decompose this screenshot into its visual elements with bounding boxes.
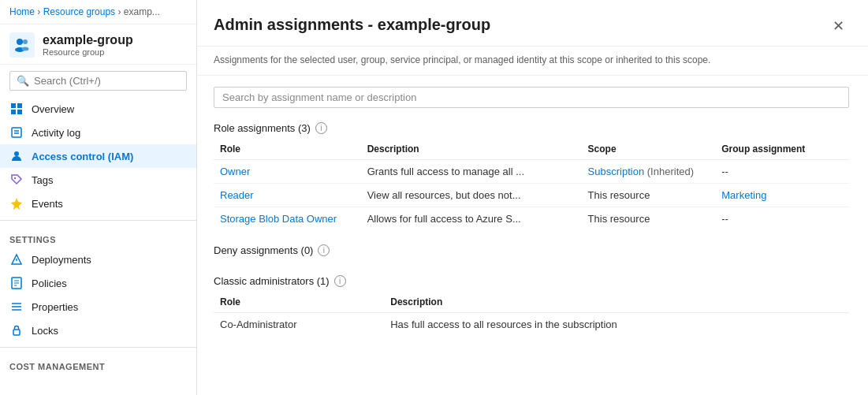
search-box[interactable]: 🔍 <box>9 71 187 91</box>
locks-label: Locks <box>32 325 58 337</box>
sidebar-item-properties[interactable]: Properties <box>0 295 196 319</box>
deployments-label: Deployments <box>32 254 91 266</box>
col-scope: Scope <box>582 139 716 160</box>
deny-assignments-header: Deny assignments (0) i <box>197 237 868 261</box>
resource-type: Resource group <box>43 47 133 57</box>
resource-group-icon <box>9 32 35 58</box>
role-assignments-info-icon[interactable]: i <box>315 122 327 134</box>
policies-icon <box>9 277 24 289</box>
sidebar-item-policies[interactable]: Policies <box>0 271 196 295</box>
classic-role: Co-Administrator <box>214 313 384 337</box>
sidebar-item-locks[interactable]: Locks <box>0 319 196 342</box>
svg-rect-5 <box>17 103 22 108</box>
tags-icon <box>9 173 24 186</box>
role-storage-group: -- <box>715 207 849 231</box>
svg-point-0 <box>17 39 23 45</box>
table-row: Reader View all resources, but does not.… <box>214 184 849 207</box>
role-storage-desc: Allows for full access to Azure S... <box>361 207 582 231</box>
scope-suffix: (Inherited) <box>647 166 694 177</box>
classic-desc: Has full access to all resources in the … <box>384 313 849 337</box>
activity-log-label: Activity log <box>32 127 80 139</box>
breadcrumb-home[interactable]: Home <box>9 6 35 17</box>
breadcrumb: Home › Resource groups › examp... <box>0 0 196 24</box>
access-control-icon <box>9 150 24 162</box>
settings-section-title: Settings <box>0 225 196 248</box>
role-owner-desc: Grants full access to manage all ... <box>361 160 582 184</box>
sidebar-item-overview[interactable]: Overview <box>0 97 196 121</box>
role-owner-link[interactable]: Owner <box>220 166 250 177</box>
svg-point-3 <box>22 47 29 51</box>
role-owner-group: -- <box>715 160 849 184</box>
role-assignments-table: Role Description Scope Group assignment … <box>214 139 849 230</box>
role-assignments-label: Role assignments (3) <box>214 122 311 134</box>
panel-header: Admin assignments - example-group ✕ <box>197 0 868 47</box>
events-icon <box>9 197 24 210</box>
classic-admin-header: Classic administrators (1) i <box>197 267 868 292</box>
panel-search-box[interactable]: Search by assignment name or description <box>214 87 849 108</box>
table-row: Co-Administrator Has full access to all … <box>214 313 849 337</box>
table-row: Storage Blob Data Owner Allows for full … <box>214 207 849 231</box>
close-button[interactable]: ✕ <box>828 16 849 36</box>
properties-label: Properties <box>32 301 78 313</box>
cost-management-section-title: Cost Management <box>0 352 196 375</box>
sidebar-item-access-control[interactable]: Access control (IAM) <box>0 144 196 168</box>
classic-col-role: Role <box>214 292 384 313</box>
resource-header: example-group Resource group <box>0 24 196 65</box>
classic-admin-table: Role Description Co-Administrator Has fu… <box>214 292 849 336</box>
deny-assignments-info-icon[interactable]: i <box>318 244 330 256</box>
role-assignments-header: Role assignments (3) i <box>197 114 868 139</box>
overview-icon <box>9 102 24 115</box>
role-reader-link[interactable]: Reader <box>220 189 254 201</box>
svg-rect-7 <box>17 110 22 114</box>
breadcrumb-rg[interactable]: Resource groups <box>43 6 115 17</box>
svg-rect-23 <box>13 330 20 335</box>
marketing-group-link[interactable]: Marketing <box>721 189 766 201</box>
tags-label: Tags <box>32 174 53 186</box>
locks-icon <box>9 324 24 337</box>
classic-admin-info-icon[interactable]: i <box>334 275 346 287</box>
svg-marker-13 <box>11 198 22 210</box>
svg-point-12 <box>14 177 16 179</box>
events-label: Events <box>32 198 63 210</box>
main-area: Admin assignments - example-group ✕ Assi… <box>197 0 868 395</box>
svg-rect-4 <box>11 103 16 108</box>
panel-title: Admin assignments - example-group <box>214 16 490 34</box>
sidebar-item-activity-log[interactable]: Activity log <box>0 121 196 144</box>
overview-label: Overview <box>32 103 74 115</box>
col-description: Description <box>361 139 582 160</box>
role-storage-link[interactable]: Storage Blob Data Owner <box>220 213 337 225</box>
subscription-link[interactable]: Subscription <box>588 166 645 177</box>
sidebar-item-events[interactable]: Events <box>0 192 196 215</box>
panel-overlay: Admin assignments - example-group ✕ Assi… <box>197 0 868 395</box>
deployments-icon <box>9 253 24 266</box>
access-control-label: Access control (IAM) <box>32 151 133 162</box>
classic-col-description: Description <box>384 292 849 313</box>
resource-name: example-group <box>43 33 133 47</box>
svg-rect-6 <box>11 110 16 114</box>
table-header-row: Role Description Scope Group assignment <box>214 139 849 160</box>
col-group: Group assignment <box>715 139 849 160</box>
panel-search-placeholder: Search by assignment name or description <box>222 91 416 103</box>
search-icon: 🔍 <box>17 75 29 87</box>
breadcrumb-current: examp... <box>124 6 160 17</box>
resource-info: example-group Resource group <box>43 33 133 57</box>
activity-log-icon <box>9 126 24 139</box>
svg-rect-8 <box>12 128 21 137</box>
role-reader-scope: This resource <box>582 184 716 207</box>
sidebar: Home › Resource groups › examp... exampl… <box>0 0 197 395</box>
search-input[interactable] <box>34 75 180 87</box>
col-role: Role <box>214 139 361 160</box>
role-storage-scope: This resource <box>582 207 716 231</box>
policies-label: Policies <box>32 278 67 289</box>
deny-assignments-label: Deny assignments (0) <box>214 244 313 256</box>
sidebar-item-tags[interactable]: Tags <box>0 168 196 192</box>
svg-point-1 <box>23 39 28 44</box>
table-row: Owner Grants full access to manage all .… <box>214 160 849 184</box>
properties-icon <box>9 300 24 313</box>
classic-admin-label: Classic administrators (1) <box>214 275 330 287</box>
svg-point-11 <box>14 151 19 156</box>
panel-description: Assignments for the selected user, group… <box>197 47 868 76</box>
sidebar-item-deployments[interactable]: Deployments <box>0 248 196 271</box>
role-owner-scope: Subscription (Inherited) <box>582 160 716 184</box>
role-reader-desc: View all resources, but does not... <box>361 184 582 207</box>
